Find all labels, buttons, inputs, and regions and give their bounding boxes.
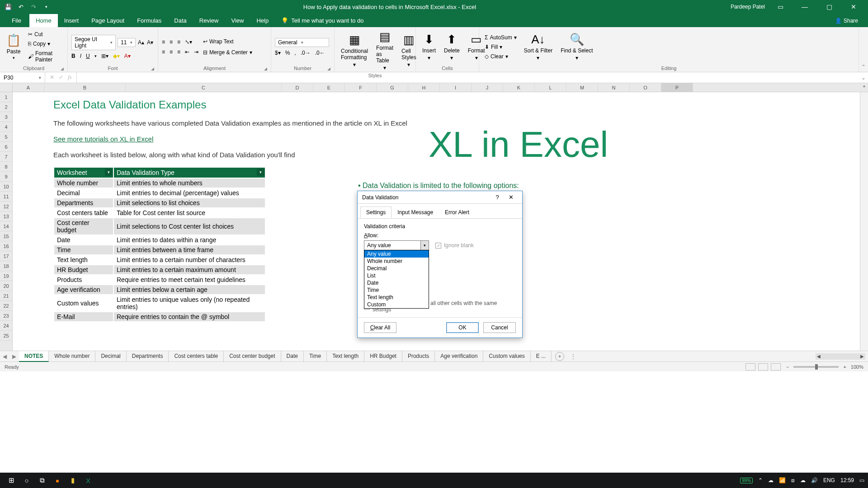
column-header[interactable]: N (598, 83, 630, 92)
task-view-icon[interactable]: ⧉ (34, 473, 50, 488)
sheet-tab[interactable]: Age verification (435, 351, 483, 362)
dialog-tab-input-message[interactable]: Input Message (392, 206, 439, 218)
tab-formulas[interactable]: Formulas (131, 14, 168, 27)
collapse-ribbon-icon[interactable]: ⌃ (859, 27, 868, 72)
percent-format-icon[interactable]: % (285, 50, 290, 56)
row-header[interactable]: 17 (0, 251, 12, 261)
page-break-view-icon[interactable] (771, 363, 781, 371)
column-header[interactable]: P (661, 83, 693, 92)
allow-option[interactable]: Time (364, 286, 429, 294)
paste-button[interactable]: 📋 Paste ▾ (4, 33, 24, 61)
cut-button[interactable]: ✂Cut (26, 30, 64, 38)
row-header[interactable]: 21 (0, 291, 12, 301)
ignore-blank-checkbox[interactable]: ✓Ignore blank (435, 242, 474, 249)
sheet-tab[interactable]: E ... (531, 351, 552, 362)
tab-insert[interactable]: Insert (58, 14, 85, 27)
tab-review[interactable]: Review (193, 14, 225, 27)
allow-option[interactable]: Whole number (364, 258, 429, 265)
zoom-level[interactable]: 100% (851, 364, 863, 370)
sheet-tab[interactable]: HR Budget (364, 351, 402, 362)
cancel-button[interactable]: Cancel (483, 322, 516, 333)
column-header[interactable]: G (377, 83, 408, 92)
merge-center-button[interactable]: ⊟Merge & Center ▾ (201, 48, 254, 56)
decrease-indent-icon[interactable]: ⇤ (185, 49, 189, 55)
combo-dropdown-icon[interactable]: ▾ (420, 241, 429, 250)
column-header[interactable]: E (313, 83, 345, 92)
comma-format-icon[interactable]: , (294, 50, 296, 56)
sheet-tab[interactable]: Decimal (95, 351, 126, 362)
row-header[interactable]: 22 (0, 301, 12, 311)
align-top-icon[interactable]: ≡ (162, 39, 165, 45)
name-box[interactable]: P30▾ (0, 72, 45, 83)
expand-formula-bar-icon[interactable]: ⌄ (859, 75, 868, 81)
dialog-help-icon[interactable]: ? (491, 194, 504, 201)
insert-function-icon[interactable]: fx (68, 74, 72, 81)
fill-button[interactable]: ⬇Fill ▾ (483, 43, 519, 51)
number-format-combo[interactable]: General▾ (275, 38, 329, 47)
format-painter-button[interactable]: 🖌Format Painter (26, 49, 64, 64)
row-header[interactable]: 25 (0, 331, 12, 341)
normal-view-icon[interactable] (745, 363, 755, 371)
number-dialog-launcher-icon[interactable]: ◢ (327, 66, 330, 71)
dialog-close-icon[interactable]: ✕ (504, 194, 518, 201)
row-header[interactable]: 15 (0, 231, 12, 241)
row-header[interactable]: 2 (0, 102, 12, 112)
horizontal-scrollbar[interactable]: ◀▶ (816, 353, 865, 360)
start-icon[interactable]: ⊞ (4, 473, 19, 488)
row-header[interactable]: 9 (0, 172, 12, 182)
clock[interactable]: 12:59 (840, 477, 854, 483)
find-select-button[interactable]: 🔍Find & Select ▾ (558, 32, 595, 62)
font-color-button[interactable]: A▾ (124, 53, 131, 59)
accounting-format-icon[interactable]: $▾ (275, 50, 281, 56)
cancel-formula-icon[interactable]: ✕ (50, 74, 54, 81)
new-sheet-icon[interactable]: + (555, 352, 564, 361)
row-header[interactable]: 4 (0, 122, 12, 132)
column-header[interactable]: L (535, 83, 566, 92)
align-left-icon[interactable]: ≡ (162, 49, 165, 55)
sort-filter-button[interactable]: A↓Sort & Filter ▾ (521, 32, 555, 62)
tab-page-layout[interactable]: Page Layout (85, 14, 131, 27)
column-header[interactable]: C (126, 83, 282, 92)
insert-cells-button[interactable]: ⬇Insert ▾ (420, 32, 439, 62)
sheet-tab[interactable]: NOTES (19, 351, 49, 362)
fill-color-button[interactable]: ◆▾ (113, 53, 120, 59)
column-header[interactable]: A (13, 83, 44, 92)
row-header[interactable]: 14 (0, 221, 12, 231)
allow-option[interactable]: Text length (364, 294, 429, 301)
row-header[interactable]: 3 (0, 112, 12, 122)
sheet-tab[interactable]: Custom values (483, 351, 530, 362)
decrease-decimal-icon[interactable]: .0← (315, 50, 325, 56)
worksheet-cells[interactable]: Excel Data Validation Examples The follo… (13, 92, 860, 351)
sheet-tab[interactable]: Products (402, 351, 435, 362)
sheet-tab[interactable]: Departments (127, 351, 169, 362)
row-header[interactable]: 12 (0, 202, 12, 211)
enter-formula-icon[interactable]: ✓ (59, 74, 63, 81)
zoom-out-icon[interactable]: − (786, 364, 789, 370)
tab-data[interactable]: Data (168, 14, 193, 27)
row-header[interactable]: 11 (0, 192, 12, 202)
increase-decimal-icon[interactable]: .0→ (301, 50, 311, 56)
font-size-combo[interactable]: 11▾ (118, 38, 136, 47)
share-button[interactable]: 👤 Share (829, 14, 864, 27)
format-as-table-button[interactable]: ▤Format as Table ▾ (373, 29, 396, 72)
battery-icon[interactable]: 99% (740, 478, 753, 483)
row-header[interactable]: 16 (0, 241, 12, 251)
onedrive-icon[interactable]: ☁ (768, 477, 774, 483)
allow-option[interactable]: Any value (364, 250, 429, 258)
tray-chevron-icon[interactable]: ⌃ (758, 477, 763, 483)
sheet-nav-next-icon[interactable]: ▶ (9, 353, 19, 360)
align-bottom-icon[interactable]: ≡ (177, 39, 180, 45)
border-button[interactable]: ⊞▾ (101, 53, 108, 59)
select-all-corner[interactable] (0, 83, 13, 92)
file-explorer-icon[interactable]: ▮ (65, 473, 80, 488)
dialog-tab-settings[interactable]: Settings (360, 206, 392, 218)
qat-customize-icon[interactable]: ▾ (42, 3, 50, 10)
autosum-button[interactable]: ΣAutoSum ▾ (483, 33, 519, 42)
delete-cells-button[interactable]: ⬆Delete ▾ (441, 32, 462, 62)
zoom-slider[interactable] (793, 366, 839, 368)
sheet-tab[interactable]: Whole number (49, 351, 95, 362)
row-header[interactable]: 23 (0, 311, 12, 321)
zoom-in-icon[interactable]: + (843, 364, 846, 370)
column-header[interactable]: F (345, 83, 377, 92)
sheet-tab[interactable]: Cost center budget (224, 351, 281, 362)
